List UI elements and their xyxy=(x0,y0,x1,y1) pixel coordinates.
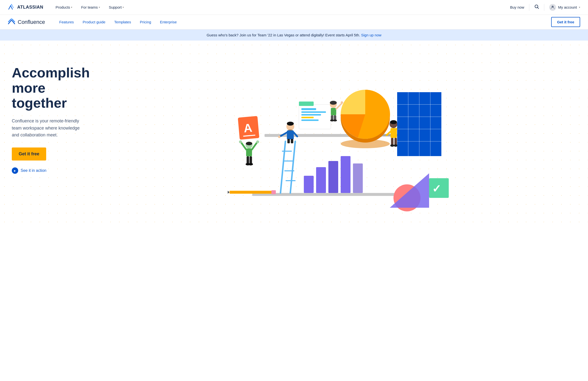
enterprise-link[interactable]: Enterprise xyxy=(155,15,181,29)
pricing-link[interactable]: Pricing xyxy=(135,15,155,29)
svg-point-51 xyxy=(390,144,394,147)
svg-rect-10 xyxy=(301,117,314,118)
svg-rect-7 xyxy=(301,108,316,110)
svg-point-66 xyxy=(239,140,242,143)
products-nav-link[interactable]: Products ▾ xyxy=(51,0,77,15)
get-it-free-header-button[interactable]: Get it free xyxy=(551,17,580,27)
product-guide-link[interactable]: Product guide xyxy=(78,15,110,29)
products-chevron-icon: ▾ xyxy=(71,6,72,9)
announcement-banner: Guess who's back? Join us for Team '22 i… xyxy=(0,29,588,41)
account-chevron-icon: ▾ xyxy=(579,6,580,9)
hero-illustration: A ✓ xyxy=(100,55,576,227)
templates-link[interactable]: Templates xyxy=(110,15,135,29)
account-avatar xyxy=(549,4,556,11)
svg-marker-76 xyxy=(228,191,230,194)
my-account-button[interactable]: My account ▾ xyxy=(549,4,580,11)
svg-rect-70 xyxy=(250,156,252,164)
svg-line-67 xyxy=(252,143,257,149)
svg-rect-64 xyxy=(246,148,252,156)
svg-line-29 xyxy=(290,141,295,193)
sign-up-now-link[interactable]: Sign up now xyxy=(361,33,381,37)
support-nav-link[interactable]: Support ▾ xyxy=(105,0,128,15)
for-teams-nav-link[interactable]: For teams ▾ xyxy=(77,0,105,15)
svg-point-44 xyxy=(390,120,397,124)
svg-line-1 xyxy=(538,8,539,9)
svg-rect-25 xyxy=(328,161,338,193)
features-link[interactable]: Features xyxy=(55,15,78,29)
svg-rect-40 xyxy=(287,139,290,143)
svg-line-17 xyxy=(336,103,342,109)
search-button[interactable] xyxy=(534,4,539,10)
search-icon xyxy=(534,4,539,9)
buy-now-button[interactable]: Buy now xyxy=(510,5,525,9)
svg-rect-24 xyxy=(316,167,326,193)
svg-point-68 xyxy=(256,140,259,143)
illustration-svg: A ✓ xyxy=(100,55,576,227)
confluence-sub-navigation: Confluence Features Product guide Templa… xyxy=(0,15,588,29)
svg-rect-16 xyxy=(331,108,336,115)
hero-content: Accomplish more together Confluence is y… xyxy=(0,41,588,227)
hero-section: Accomplish more together Confluence is y… xyxy=(0,41,588,227)
nav-divider-2 xyxy=(544,4,544,11)
confluence-logo-icon xyxy=(8,19,15,26)
svg-line-65 xyxy=(241,143,246,149)
svg-point-22 xyxy=(333,119,337,121)
svg-point-42 xyxy=(287,122,294,126)
confluence-nav-links: Features Product guide Templates Pricing… xyxy=(55,15,551,29)
top-navigation: ATLASSIAN Products ▾ For teams ▾ Support… xyxy=(0,0,588,15)
svg-rect-8 xyxy=(301,111,326,113)
svg-point-38 xyxy=(278,136,280,138)
confluence-product-name: Confluence xyxy=(18,19,45,25)
atlassian-brand-name: ATLASSIAN xyxy=(17,5,43,10)
confluence-brand[interactable]: Confluence xyxy=(8,19,45,26)
svg-rect-69 xyxy=(247,156,249,164)
top-nav-right: Buy now My account ▾ xyxy=(510,4,580,11)
play-icon: ▶ xyxy=(12,167,18,174)
svg-text:A: A xyxy=(243,121,253,135)
hero-subtitle: Confluence is your remote-friendly team … xyxy=(12,117,85,139)
nav-divider xyxy=(529,4,529,11)
svg-point-52 xyxy=(394,144,398,147)
svg-rect-49 xyxy=(391,138,394,145)
svg-point-15 xyxy=(330,101,337,105)
atlassian-logo[interactable]: ATLASSIAN xyxy=(8,4,43,11)
get-it-free-hero-button[interactable]: Get it free xyxy=(12,148,46,160)
atlassian-logo-icon xyxy=(8,4,15,11)
svg-line-28 xyxy=(280,141,285,193)
support-chevron-icon: ▾ xyxy=(123,6,124,9)
user-icon xyxy=(550,5,555,10)
svg-rect-36 xyxy=(287,131,294,139)
svg-rect-27 xyxy=(353,163,363,193)
svg-rect-23 xyxy=(304,176,314,193)
svg-rect-78 xyxy=(272,190,276,194)
hero-text-block: Accomplish more together Confluence is y… xyxy=(12,55,100,174)
svg-rect-45 xyxy=(391,128,397,138)
svg-rect-11 xyxy=(301,119,318,121)
hero-title: Accomplish more together xyxy=(12,65,100,111)
svg-rect-26 xyxy=(341,156,351,193)
svg-rect-12 xyxy=(299,102,314,106)
svg-rect-41 xyxy=(291,139,293,143)
svg-text:✓: ✓ xyxy=(432,183,441,195)
top-nav-links: Products ▾ For teams ▾ Support ▾ xyxy=(51,0,510,15)
svg-rect-9 xyxy=(301,114,321,115)
svg-point-63 xyxy=(246,142,252,145)
svg-point-72 xyxy=(249,163,253,165)
see-it-in-action-button[interactable]: ▶ See it in action xyxy=(12,167,46,174)
svg-rect-50 xyxy=(395,138,397,145)
for-teams-chevron-icon: ▾ xyxy=(99,6,100,9)
svg-point-18 xyxy=(341,101,343,104)
